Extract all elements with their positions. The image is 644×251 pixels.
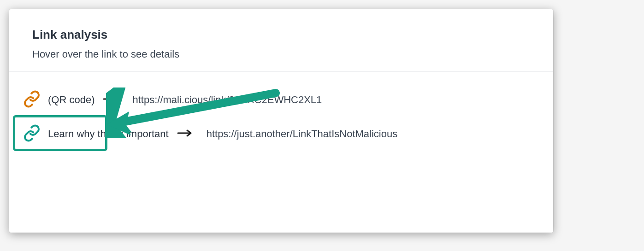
link-url: https://mali.cious/link/3OJXC2EWHC2XL1 xyxy=(132,94,322,106)
arrow-right-icon xyxy=(103,94,118,105)
link-url: https://just.another/LinkThatIsNotMalici… xyxy=(207,128,398,140)
link-icon xyxy=(23,124,41,144)
card-subtitle: Hover over the link to see details xyxy=(32,48,530,60)
link-analysis-card: Link analysis Hover over the link to see… xyxy=(9,9,553,233)
link-row-qr-code[interactable]: (QR code) https://mali.cious/link/3OJXC2… xyxy=(18,83,544,117)
card-header: Link analysis Hover over the link to see… xyxy=(9,9,553,71)
link-rows: (QR code) https://mali.cious/link/3OJXC2… xyxy=(9,72,553,151)
link-label: (QR code) xyxy=(48,94,95,106)
arrow-right-icon xyxy=(177,128,193,140)
card-title: Link analysis xyxy=(32,28,530,42)
link-row-learn-why[interactable]: Learn why this is important https://just… xyxy=(18,117,544,151)
link-icon xyxy=(23,90,41,110)
link-label: Learn why this is important xyxy=(48,128,169,140)
